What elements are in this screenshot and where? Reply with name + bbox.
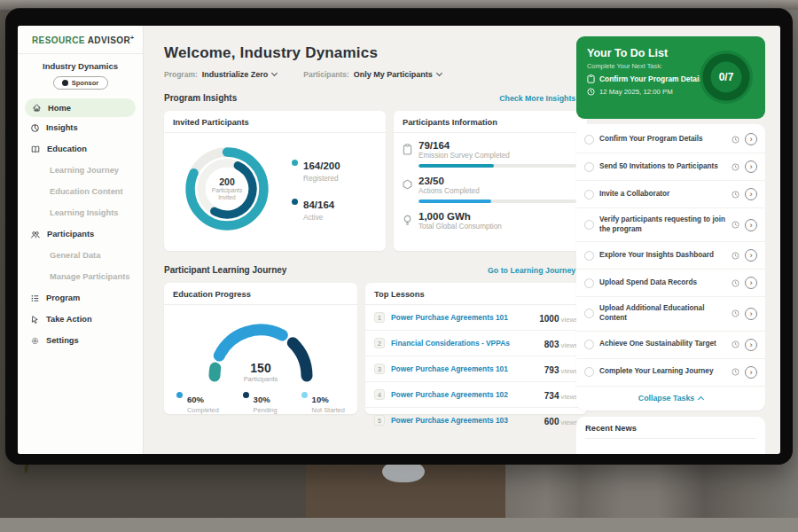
participants-icon (30, 230, 41, 239)
invited-participants-card: Invited Participants 200 (164, 111, 386, 251)
task-chevron-button[interactable] (745, 188, 757, 200)
brand-logo: RESOURCE ADVISOR+ (18, 26, 143, 45)
task-checkbox[interactable] (584, 367, 594, 377)
insights-icon (30, 123, 40, 133)
home-icon (32, 103, 42, 113)
task-checkbox[interactable] (584, 309, 594, 318)
task-row-invite-collaborator: Invite a Collaborator (576, 181, 765, 208)
education-gauge-chart: 150 Participants (199, 310, 323, 385)
card-title: Education Progress (164, 283, 357, 305)
sidebar-item-label: Home (48, 104, 71, 113)
task-checkbox[interactable] (584, 278, 594, 288)
education-progress-card: Education Progress 150 Participants (164, 283, 357, 414)
participants-information-card: Participants Information 79/164 Emission… (394, 111, 587, 251)
legend-dot (301, 392, 308, 398)
top-lessons-card: Top Lessons 1 Power Purchase Agreements … (365, 283, 587, 414)
task-label: Send 50 Invitations to Participants (599, 162, 726, 172)
sidebar-item-label: Participants (47, 230, 94, 239)
task-chevron-button[interactable] (745, 160, 757, 173)
sidebar-item-general-data[interactable]: General Data (18, 245, 143, 266)
sidebar-item-education[interactable]: Education (18, 138, 143, 160)
lesson-link[interactable]: Power Purchase Agreements 101 (391, 364, 538, 373)
task-row-confirm-program: Confirm Your Program Details (576, 126, 765, 153)
participants-filter-label: Participants: (303, 70, 349, 79)
lesson-link[interactable]: Power Purchase Agreements 102 (391, 390, 538, 399)
task-chevron-button[interactable] (745, 133, 757, 145)
task-row-verify-participants: Verify participants requesting to join t… (576, 208, 765, 242)
go-to-learning-journey-link[interactable]: Go to Learning Journey (488, 265, 587, 275)
main-content: Welcome, Industry Dynamics Program: Indu… (144, 26, 587, 454)
sidebar-item-education-content[interactable]: Education Content (18, 181, 143, 202)
sidebar-item-participants[interactable]: Participants (18, 223, 143, 245)
brand-plus: + (130, 35, 135, 41)
task-chevron-button[interactable] (745, 308, 757, 320)
take-action-icon (30, 315, 40, 325)
sidebar-item-insights[interactable]: Insights (18, 117, 143, 138)
collapse-tasks-link[interactable]: Collapse Tasks (576, 387, 765, 409)
task-chevron-button[interactable] (745, 339, 757, 351)
sponsor-dot-icon (62, 80, 68, 86)
task-checkbox[interactable] (584, 251, 594, 261)
progress-bar (419, 200, 576, 203)
sidebar-item-take-action[interactable]: Take Action (18, 309, 143, 330)
legend-completed: 60%Completed (176, 390, 219, 414)
clock-icon (732, 191, 739, 199)
lesson-link[interactable]: Power Purchase Agreements 101 (391, 313, 533, 322)
gauge-legend: 60%Completed 30%Pending 10%Not Started (164, 385, 357, 414)
education-icon (30, 145, 41, 154)
gauge-center-label: 150 Participants (199, 361, 323, 383)
task-row-send-invitations: Send 50 Invitations to Participants (576, 153, 765, 181)
task-checkbox[interactable] (584, 340, 594, 349)
sponsor-label: Sponsor (72, 79, 98, 87)
task-checkbox[interactable] (584, 135, 594, 145)
clock-icon (732, 221, 739, 229)
sidebar-item-learning-journey[interactable]: Learning Journey (18, 160, 143, 181)
sidebar-item-label: Insights (46, 123, 78, 132)
clock-icon (732, 279, 739, 287)
legend-dot (176, 392, 183, 398)
brand-primary: RESOURCE (32, 35, 85, 45)
task-chevron-button[interactable] (745, 219, 757, 231)
monitor-bezel: RESOURCE ADVISOR+ Industry Dynamics Spon… (5, 8, 793, 465)
task-row-complete-learning-journey: Complete Your Learning Journey (576, 359, 765, 387)
dashboard-screen: RESOURCE ADVISOR+ Industry Dynamics Spon… (18, 26, 780, 454)
task-label: Confirm Your Program Details (599, 135, 726, 145)
clock-icon (732, 163, 739, 171)
participants-filter-value: Only My Participants (354, 70, 433, 79)
todo-progress-ring: 0/7 (698, 49, 755, 106)
program-list-icon (30, 293, 40, 303)
clock-icon (732, 309, 739, 317)
sidebar-item-learning-insights[interactable]: Learning Insights (18, 202, 143, 223)
metric-label: Actions Completed (419, 187, 576, 195)
sidebar-item-home[interactable]: Home (25, 98, 136, 117)
lesson-link[interactable]: Power Purchase Agreements 103 (391, 416, 538, 425)
lesson-rank: 3 (374, 364, 385, 374)
task-chevron-button[interactable] (745, 277, 757, 289)
legend-active: 84/164Active (292, 196, 340, 222)
card-title: Top Lessons (365, 283, 587, 305)
sidebar-item-settings[interactable]: Settings (18, 330, 143, 351)
task-label: Explore Your Insights Dashboard (599, 251, 726, 261)
filter-bar: Program: Industrialize Zero Participants… (164, 70, 587, 79)
task-checkbox[interactable] (584, 162, 594, 172)
lesson-row: 1 Power Purchase Agreements 101 1000view… (365, 305, 587, 331)
participants-filter-dropdown[interactable]: Participants: Only My Participants (303, 70, 442, 79)
task-checkbox[interactable] (584, 220, 594, 230)
task-label: Complete Your Learning Journey (599, 367, 726, 377)
metric-actions-completed: 23/50 Actions Completed (403, 176, 576, 203)
task-chevron-button[interactable] (745, 249, 757, 262)
sidebar-item-label: Manage Participants (50, 272, 129, 281)
metric-label: Emission Survey Completed (419, 152, 576, 160)
check-more-insights-link[interactable]: Check More Insights (499, 93, 587, 103)
lesson-link[interactable]: Financial Considerations - VPPAs (391, 339, 538, 348)
sidebar-item-label: General Data (50, 251, 100, 260)
task-chevron-button[interactable] (745, 366, 757, 379)
legend-dot (243, 392, 249, 398)
sidebar-item-manage-participants[interactable]: Manage Participants (18, 266, 143, 287)
task-checkbox[interactable] (584, 190, 594, 200)
task-label: Upload Additional Educational Content (599, 304, 726, 323)
sidebar-item-program[interactable]: Program (18, 287, 143, 309)
program-filter-dropdown[interactable]: Program: Industrialize Zero (164, 70, 277, 79)
brand-secondary: ADVISOR+ (88, 35, 135, 45)
consumption-bulb-icon (403, 215, 412, 226)
